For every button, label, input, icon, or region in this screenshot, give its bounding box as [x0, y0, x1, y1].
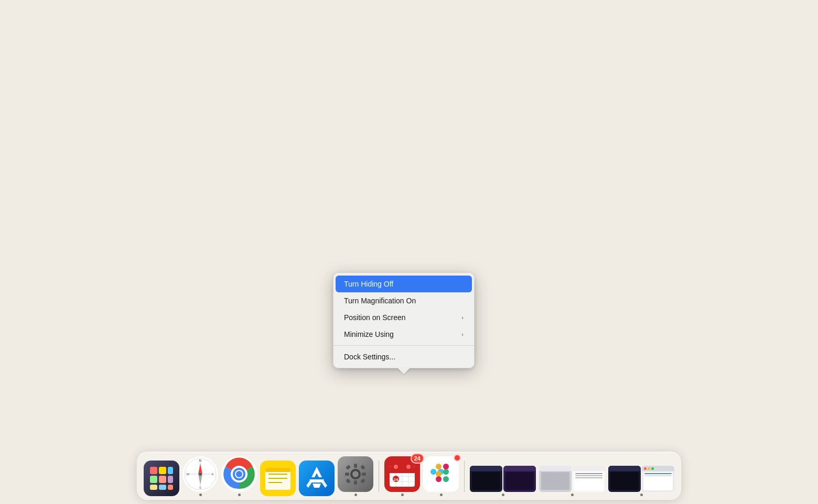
svg-rect-63	[436, 471, 442, 477]
svg-rect-65	[443, 476, 449, 482]
svg-text:E: E	[212, 473, 214, 476]
svg-rect-38	[354, 464, 357, 468]
svg-rect-2	[159, 467, 166, 474]
menu-item-minimize-using[interactable]: Minimize Using ›	[336, 326, 472, 343]
svg-point-50	[394, 465, 398, 469]
appstore-icon	[299, 461, 335, 496]
slack-badge	[454, 454, 461, 462]
svg-rect-39	[354, 480, 357, 485]
dock-window-group-1[interactable]	[470, 466, 536, 496]
dock-context-menu: Turn Hiding Off Turn Magnification On Po…	[333, 272, 475, 368]
dock-window-single[interactable]	[608, 466, 674, 496]
svg-rect-9	[168, 485, 173, 490]
svg-rect-1	[150, 467, 157, 474]
svg-rect-41	[362, 473, 366, 476]
chrome-icon	[221, 456, 257, 492]
svg-rect-64	[443, 469, 449, 475]
dock-dot-safari	[199, 494, 202, 496]
svg-text:N: N	[199, 459, 201, 462]
svg-rect-3	[168, 467, 173, 474]
fantastical-badge: 24	[411, 453, 424, 464]
dock-app-fantastical[interactable]: 24 24	[384, 456, 420, 496]
svg-rect-40	[345, 473, 349, 476]
window-thumb-dark-2	[608, 466, 641, 492]
window-thumb-chrome	[642, 466, 674, 492]
svg-point-37	[352, 471, 359, 477]
dock-app-notes[interactable]	[260, 461, 296, 496]
svg-rect-49	[390, 469, 415, 473]
dock: N E S W	[0, 446, 818, 504]
window-thumb-light-2	[573, 466, 605, 492]
svg-rect-33	[265, 468, 290, 472]
svg-rect-8	[159, 485, 166, 490]
svg-rect-4	[150, 476, 157, 483]
window-thumb-light-1	[539, 466, 572, 492]
svg-text:S: S	[199, 486, 201, 489]
dock-dot-chrome	[238, 494, 241, 496]
svg-point-27	[236, 471, 242, 477]
svg-rect-62	[436, 464, 442, 469]
dock-dot-slack	[440, 494, 443, 496]
svg-rect-5	[159, 476, 166, 483]
dock-app-system-preferences[interactable]	[338, 456, 373, 496]
slack-icon	[423, 456, 459, 492]
dock-separator-2	[464, 461, 465, 492]
window-thumb-dark-1	[470, 466, 502, 492]
menu-item-turn-hiding-off[interactable]: Turn Hiding Off	[336, 276, 472, 292]
svg-rect-34	[299, 461, 335, 496]
system-preferences-icon	[338, 456, 373, 492]
dock-separator	[379, 461, 379, 492]
dock-window-group-2[interactable]	[539, 466, 605, 496]
svg-rect-6	[168, 476, 173, 483]
dock-dot-system-preferences	[354, 494, 357, 496]
dock-app-appstore[interactable]	[299, 461, 335, 496]
svg-rect-7	[150, 485, 157, 490]
submenu-chevron-position: ›	[461, 314, 464, 321]
desktop	[0, 0, 818, 504]
menu-item-turn-magnification-on[interactable]: Turn Magnification On	[336, 292, 472, 309]
launchpad-icon	[144, 461, 179, 496]
notes-icon	[260, 461, 296, 496]
window-thumb-purple-1	[503, 466, 536, 492]
dock-dot-fantastical	[401, 494, 404, 496]
dock-dot-single	[640, 494, 643, 496]
dock-app-launchpad[interactable]	[144, 461, 179, 496]
menu-item-dock-settings[interactable]: Dock Settings...	[336, 348, 472, 365]
svg-rect-67	[443, 464, 449, 469]
safari-icon: N E S W	[182, 456, 218, 492]
dock-app-chrome[interactable]	[221, 456, 257, 496]
dock-container: N E S W	[137, 452, 681, 500]
svg-rect-60	[430, 469, 436, 475]
dock-app-safari[interactable]: N E S W	[182, 456, 218, 496]
svg-text:24: 24	[394, 477, 399, 482]
menu-item-position-on-screen[interactable]: Position on Screen ›	[336, 309, 472, 326]
dock-app-slack[interactable]	[423, 456, 459, 496]
dock-dot-group-2	[571, 494, 574, 496]
svg-rect-66	[436, 476, 442, 482]
menu-separator	[333, 345, 474, 346]
dock-dot-group-1	[502, 494, 504, 496]
svg-text:W: W	[186, 473, 189, 476]
svg-point-51	[406, 465, 411, 469]
svg-point-17	[199, 473, 202, 476]
submenu-chevron-minimize: ›	[461, 331, 464, 337]
